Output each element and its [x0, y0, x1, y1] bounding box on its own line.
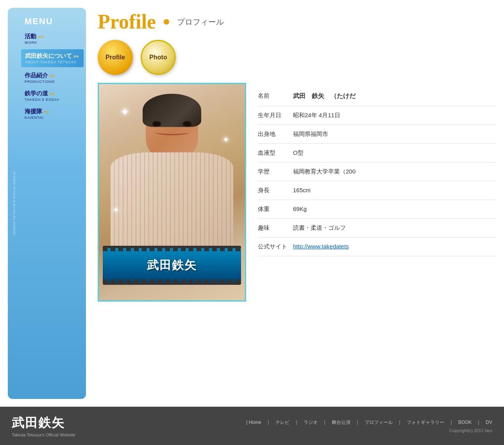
person-head-area [143, 94, 201, 160]
arrows-icon: »» [73, 54, 79, 59]
page-header: Profile プロフィール [98, 12, 496, 32]
page-title: Profile [98, 12, 156, 32]
profile-photo: ✦ ✦ ✦ 武田鉄矢 [98, 83, 246, 302]
sidebar-item-essay[interactable]: 鉄学の道 »» TAKEDA'S ESSAY [19, 87, 86, 105]
arrows-icon: »» [38, 34, 43, 39]
info-row-education: 学歴 福岡教育大学卒業（200 [258, 163, 496, 181]
info-value-birthday: 昭和24年 4月11日 [293, 112, 496, 119]
sidebar-item-productions-label: 作品紹介 »» [25, 72, 80, 79]
info-value-education: 福岡教育大学卒業（200 [293, 168, 496, 175]
info-value-height: 165cm [293, 187, 496, 193]
sidebar-item-essay-label: 鉄学の道 »» [25, 90, 80, 97]
arrows-icon: »» [44, 109, 49, 114]
website-link[interactable]: http://www.takedatets [293, 243, 349, 250]
tab-profile[interactable]: Profile [98, 40, 133, 75]
info-label-birthday: 生年月日 [258, 112, 293, 119]
page-title-japanese: プロフィール [177, 17, 224, 27]
info-row-bloodtype: 血液型 O型 [258, 144, 496, 163]
sidebar-item-kaientai[interactable]: 海援隊 »» KAIENTAI [19, 105, 86, 123]
footer: 武田鉄矢 Takeda Tetsuya's Official Website |… [0, 407, 504, 445]
sidebar-item-about-english: ABOUT TAKEDA TETSUYA [25, 60, 80, 64]
footer-nav-links: | Home ｜ テレビ ｜ ラジオ ｜ 舞台公演 ｜ プロフィール ｜ フォト… [91, 419, 492, 426]
info-label-weight: 体重 [258, 206, 293, 213]
sidebar: TAKEDA TETSUYA'S Official Website MENU 活… [8, 8, 86, 399]
footer-nav: | Home ｜ テレビ ｜ ラジオ ｜ 舞台公演 ｜ プロフィール ｜ フォト… [91, 419, 492, 433]
sidebar-inner: MENU 活動 »» WORK 武田鉄矢について »» ABOUT TAKEDA… [19, 8, 86, 127]
sidebar-item-productions[interactable]: 作品紹介 »» PRODUCTIONS [19, 69, 86, 87]
title-dot [164, 19, 169, 25]
content-area: Profile プロフィール Profile Photo [98, 8, 504, 399]
info-row-height: 身長 165cm [258, 181, 496, 200]
sidebar-item-kaientai-english: KAIENTAI [25, 116, 80, 120]
footer-logo-name: 武田鉄矢 [12, 415, 75, 432]
page-wrapper: TAKEDA TETSUYA'S Official Website MENU 活… [0, 0, 504, 445]
info-label-website: 公式サイト [258, 243, 293, 250]
footer-copyright: Copyright(c) 2011 Nex [91, 428, 492, 433]
main-content: TAKEDA TETSUYA'S Official Website MENU 活… [0, 0, 504, 407]
info-row-weight: 体重 69Kg [258, 200, 496, 219]
info-row-website: 公式サイト http://www.takedatets [258, 238, 496, 256]
info-row-birthday: 生年月日 昭和24年 4月11日 [258, 106, 496, 125]
arrows-icon: »» [50, 91, 55, 97]
sidebar-item-work-label: 活動 »» [25, 33, 80, 40]
info-value-website[interactable]: http://www.takedatets [293, 243, 496, 250]
info-value-bloodtype: O型 [293, 149, 496, 157]
sidebar-item-about[interactable]: 武田鉄矢について »» ABOUT TAKEDA TETSUYA [21, 49, 84, 67]
sidebar-item-kaientai-label: 海援隊 »» [25, 108, 80, 115]
profile-photo-placeholder: ✦ ✦ ✦ 武田鉄矢 [99, 84, 245, 300]
film-strip: 武田鉄矢 [103, 246, 241, 285]
sidebar-item-work-english: WORK [25, 41, 80, 45]
menu-title: MENU [19, 12, 86, 30]
info-value-hobbies: 読書・柔道・ゴルフ [293, 224, 496, 232]
info-label-height: 身長 [258, 187, 293, 194]
profile-section: ✦ ✦ ✦ 武田鉄矢 名前 武田 鉄矢 （たけだ [98, 83, 496, 302]
tab-photo[interactable]: Photo [141, 40, 176, 75]
footer-logo-sub: Takeda Tetsuya's Official Website [12, 432, 75, 437]
info-label-bloodtype: 血液型 [258, 149, 293, 157]
arrows-icon: »» [50, 73, 55, 79]
info-value-weight: 69Kg [293, 206, 496, 212]
footer-logo: 武田鉄矢 Takeda Tetsuya's Official Website [12, 415, 75, 437]
info-value-name: 武田 鉄矢 （たけだ [293, 92, 496, 100]
info-row-name: 名前 武田 鉄矢 （たけだ [258, 87, 496, 106]
info-label-education: 学歴 [258, 168, 293, 175]
info-value-birthplace: 福岡県福岡市 [293, 130, 496, 138]
sidebar-item-about-label: 武田鉄矢について »» [25, 52, 80, 60]
tab-buttons: Profile Photo [98, 40, 496, 75]
person-body [111, 152, 233, 254]
profile-info-table: 名前 武田 鉄矢 （たけだ 生年月日 昭和24年 4月11日 出身地 福岡県福岡… [258, 83, 496, 256]
info-label-name: 名前 [258, 92, 293, 100]
info-row-birthplace: 出身地 福岡県福岡市 [258, 125, 496, 144]
info-row-hobbies: 趣味 読書・柔道・ゴルフ [258, 219, 496, 238]
sidebar-item-work[interactable]: 活動 »» WORK [19, 30, 86, 48]
sidebar-item-essay-english: TAKEDA'S ESSAY [25, 98, 80, 102]
sidebar-item-productions-english: PRODUCTIONS [25, 80, 80, 84]
info-label-hobbies: 趣味 [258, 224, 293, 232]
info-label-birthplace: 出身地 [258, 130, 293, 138]
sidebar-vertical-label: TAKEDA TETSUYA'S Official Website [10, 8, 18, 399]
film-strip-text: 武田鉄矢 [147, 257, 197, 273]
